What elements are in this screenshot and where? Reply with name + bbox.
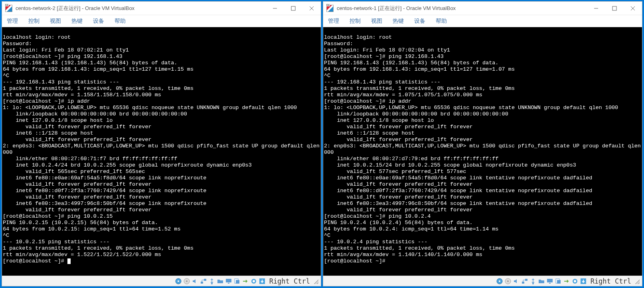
svg-point-25 bbox=[507, 280, 509, 282]
window-title: centos-network-1 [正在运行] - Oracle VM Virt… bbox=[337, 5, 587, 12]
svg-rect-19 bbox=[612, 6, 616, 10]
svg-point-23 bbox=[499, 280, 500, 282]
usb-icon[interactable] bbox=[529, 278, 537, 285]
resize-grip[interactable] bbox=[634, 278, 640, 284]
display-icon[interactable] bbox=[225, 278, 232, 285]
menu-item[interactable]: 控制 bbox=[28, 18, 40, 25]
titlebar[interactable]: centos-network-1 [正在运行] - Oracle VM Virt… bbox=[323, 2, 642, 15]
minimize-button[interactable] bbox=[266, 2, 284, 15]
clipboard-icon[interactable] bbox=[233, 278, 241, 285]
audio-icon[interactable] bbox=[192, 278, 199, 285]
usb-icon[interactable] bbox=[208, 278, 215, 285]
window-title: centos-network-2 [正在运行] - Oracle VM Virt… bbox=[16, 5, 266, 12]
svg-point-10 bbox=[211, 283, 213, 284]
svg-point-34 bbox=[574, 280, 576, 282]
shared-folder-icon[interactable] bbox=[538, 278, 545, 285]
svg-point-28 bbox=[532, 283, 534, 284]
menu-item[interactable]: 热键 bbox=[393, 18, 404, 25]
close-button[interactable] bbox=[624, 2, 642, 15]
optical-icon[interactable] bbox=[183, 278, 190, 285]
svg-rect-32 bbox=[557, 280, 561, 284]
virtualbox-icon bbox=[5, 5, 12, 12]
svg-point-5 bbox=[178, 280, 179, 282]
network-icon[interactable] bbox=[200, 278, 207, 285]
menu-item[interactable]: 管理 bbox=[328, 18, 339, 25]
vm-window: centos-network-2 [正在运行] - Oracle VM Virt… bbox=[2, 1, 321, 286]
svg-point-7 bbox=[186, 280, 188, 282]
host-key-arrow-icon[interactable] bbox=[580, 278, 587, 285]
svg-rect-8 bbox=[201, 282, 203, 284]
hdd-icon[interactable] bbox=[175, 278, 182, 285]
svg-rect-26 bbox=[522, 282, 524, 284]
svg-rect-30 bbox=[549, 283, 551, 284]
audio-icon[interactable] bbox=[513, 278, 520, 285]
titlebar[interactable]: centos-network-2 [正在运行] - Oracle VM Virt… bbox=[2, 2, 321, 15]
svg-rect-11 bbox=[226, 279, 231, 282]
recording-icon[interactable] bbox=[250, 278, 257, 285]
window-controls bbox=[587, 2, 642, 15]
drag-drop-icon[interactable] bbox=[242, 278, 249, 285]
drag-drop-icon[interactable] bbox=[563, 278, 570, 285]
optical-icon[interactable] bbox=[504, 278, 512, 285]
display-icon[interactable] bbox=[546, 278, 553, 285]
terminal[interactable]: localhost login: root Password: Last log… bbox=[2, 27, 321, 276]
menubar: 管理控制视图热键设备帮助 bbox=[323, 15, 642, 27]
svg-point-16 bbox=[253, 280, 255, 282]
hdd-icon[interactable] bbox=[496, 278, 503, 285]
menu-item[interactable]: 帮助 bbox=[436, 18, 447, 25]
menu-item[interactable]: 视图 bbox=[50, 18, 61, 25]
svg-rect-12 bbox=[228, 283, 229, 284]
menu-item[interactable]: 管理 bbox=[7, 18, 18, 25]
close-button[interactable] bbox=[302, 2, 321, 15]
minimize-button[interactable] bbox=[587, 2, 605, 15]
menu-item[interactable]: 视图 bbox=[371, 18, 382, 25]
maximize-button[interactable] bbox=[284, 2, 302, 15]
statusbar: Right Ctrl bbox=[2, 276, 321, 286]
menu-item[interactable]: 热键 bbox=[71, 18, 83, 25]
host-key-label: Right Ctrl bbox=[269, 277, 310, 285]
host-key-label: Right Ctrl bbox=[591, 277, 631, 285]
svg-rect-29 bbox=[547, 279, 553, 282]
desktop: centos-network-2 [正在运行] - Oracle VM Virt… bbox=[0, 0, 644, 288]
network-icon[interactable] bbox=[521, 278, 528, 285]
menu-item[interactable]: 帮助 bbox=[115, 18, 126, 25]
menu-item[interactable]: 设备 bbox=[414, 18, 425, 25]
recording-icon[interactable] bbox=[571, 278, 579, 285]
virtualbox-icon bbox=[326, 5, 334, 12]
maximize-button[interactable] bbox=[605, 2, 624, 15]
host-key-arrow-icon[interactable] bbox=[259, 278, 266, 285]
svg-rect-14 bbox=[236, 280, 239, 284]
menubar: 管理控制视图热键设备帮助 bbox=[2, 15, 321, 27]
statusbar: Right Ctrl bbox=[323, 276, 642, 286]
text-cursor bbox=[67, 258, 71, 264]
terminal[interactable]: localhost login: root Password: Last log… bbox=[323, 27, 642, 276]
clipboard-icon[interactable] bbox=[555, 278, 562, 285]
menu-item[interactable]: 设备 bbox=[93, 18, 104, 25]
shared-folder-icon[interactable] bbox=[217, 278, 224, 285]
vm-window: centos-network-1 [正在运行] - Oracle VM Virt… bbox=[323, 1, 642, 286]
window-controls bbox=[266, 2, 321, 15]
resize-grip[interactable] bbox=[313, 278, 318, 284]
svg-rect-1 bbox=[291, 6, 295, 10]
menu-item[interactable]: 控制 bbox=[350, 18, 361, 25]
